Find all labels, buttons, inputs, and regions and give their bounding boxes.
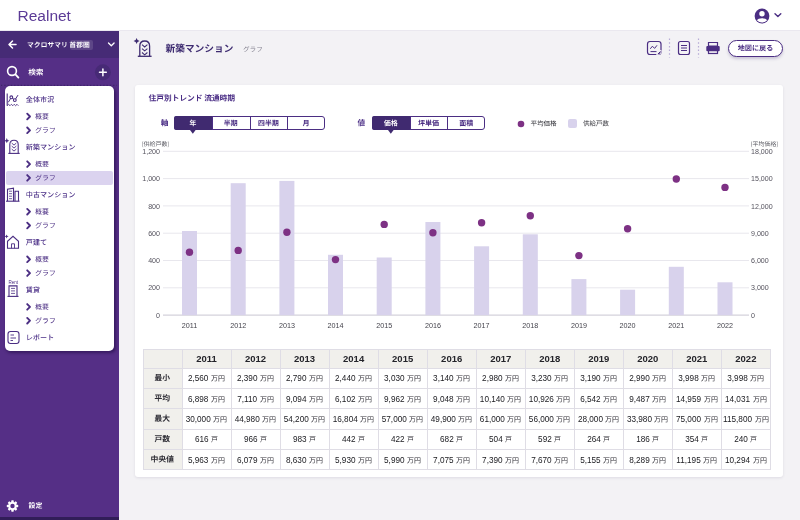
svg-text:2012: 2012 [230, 321, 246, 330]
svg-text:2019: 2019 [571, 321, 587, 330]
svg-text:2014: 2014 [328, 321, 344, 330]
svg-text:600: 600 [148, 230, 160, 238]
svg-text:2016: 2016 [425, 321, 441, 330]
svg-text:12,000: 12,000 [751, 203, 773, 211]
svg-text:3,000: 3,000 [751, 284, 769, 292]
svg-text:15,000: 15,000 [751, 175, 773, 183]
svg-text:2013: 2013 [279, 321, 295, 330]
svg-text:400: 400 [148, 257, 160, 265]
svg-text:9,000: 9,000 [751, 230, 769, 238]
svg-text:1,200: 1,200 [142, 148, 160, 156]
svg-text:2011: 2011 [182, 321, 197, 330]
svg-text:18,000: 18,000 [751, 148, 773, 156]
svg-text:6,000: 6,000 [751, 257, 769, 265]
svg-text:2018: 2018 [522, 321, 538, 330]
svg-text:200: 200 [148, 284, 160, 292]
svg-text:800: 800 [148, 203, 160, 211]
svg-text:2020: 2020 [620, 321, 636, 330]
svg-text:0: 0 [156, 312, 160, 320]
svg-text:1,000: 1,000 [142, 175, 160, 183]
svg-text:0: 0 [751, 312, 755, 320]
svg-text:2021: 2021 [668, 321, 684, 330]
svg-text:2022: 2022 [717, 321, 733, 330]
svg-text:2015: 2015 [376, 321, 392, 330]
svg-text:2017: 2017 [474, 321, 490, 330]
